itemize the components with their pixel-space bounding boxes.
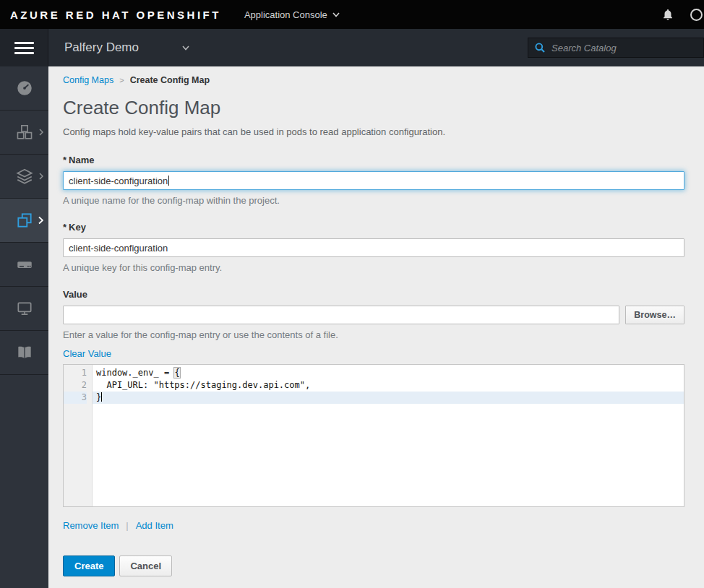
required-marker: * — [63, 155, 66, 165]
cubes-icon — [15, 123, 34, 142]
value-form-group: Value Browse… Enter a value for the conf… — [63, 289, 684, 531]
code-line-3: } — [93, 392, 684, 404]
item-actions: Remove Item | Add Item — [63, 520, 684, 531]
sidebar-item-applications[interactable] — [0, 111, 48, 155]
chevron-down-icon — [182, 46, 189, 51]
notifications-bell-icon[interactable] — [661, 8, 674, 21]
dashboard-gauge-icon — [15, 79, 34, 98]
chevron-right-icon — [39, 129, 43, 136]
name-input-value: client-side-configuration — [69, 176, 168, 186]
help-icon[interactable] — [690, 9, 703, 21]
breadcrumb: Config Maps > Create Config Map — [63, 75, 684, 85]
name-form-group: *Name client-side-configuration A unique… — [63, 155, 684, 206]
nav-menu-toggle[interactable] — [0, 29, 48, 66]
clear-value-link[interactable]: Clear Value — [63, 348, 111, 359]
line-number: 1 — [64, 367, 87, 379]
name-help-text: A unique name for the config-map within … — [63, 195, 684, 206]
code-line-2: API_URL: "https://staging.dev.api.com", — [93, 379, 684, 392]
cancel-button[interactable]: Cancel — [119, 555, 172, 576]
breadcrumb-config-maps-link[interactable]: Config Maps — [63, 75, 113, 85]
catalog-search-box[interactable] — [528, 38, 704, 58]
name-input[interactable]: client-side-configuration — [63, 171, 684, 190]
copy-pages-icon — [15, 211, 34, 230]
page-title: Create Config Map — [63, 97, 684, 119]
layers-icon — [15, 167, 34, 186]
sidebar-item-dashboard[interactable] — [0, 66, 48, 111]
remove-item-link[interactable]: Remove Item — [63, 520, 119, 531]
key-label: *Key — [63, 222, 684, 233]
breadcrumb-separator: > — [119, 76, 124, 85]
key-input[interactable]: client-side-configuration — [63, 238, 684, 257]
sidebar-item-builds[interactable] — [0, 155, 48, 199]
key-form-group: *Key client-side-configuration A unique … — [63, 222, 684, 273]
application-console-dropdown[interactable]: Application Console — [244, 9, 340, 20]
page-description: Config maps hold key-value pairs that ca… — [63, 126, 684, 137]
code-line-1: window._env_ = { — [93, 367, 684, 379]
key-help-text: A unique key for this config-map entry. — [63, 262, 684, 273]
vertical-nav — [0, 66, 48, 588]
brand-logo: AZURE RED HAT OPENSHIFT — [10, 9, 221, 21]
create-button[interactable]: Create — [63, 555, 115, 576]
application-console-label: Application Console — [244, 9, 327, 20]
search-icon — [534, 42, 546, 53]
links-separator: | — [126, 520, 128, 531]
value-label: Value — [63, 289, 684, 300]
sidebar-item-storage[interactable] — [0, 243, 48, 287]
sidebar-item-resources[interactable] — [0, 199, 48, 243]
hamburger-icon — [14, 39, 34, 57]
line-number: 3 — [64, 392, 87, 404]
chevron-right-icon — [39, 173, 43, 180]
storage-drive-icon — [15, 255, 34, 274]
value-file-input[interactable] — [63, 306, 619, 324]
chevron-right-icon — [38, 217, 43, 225]
key-input-value: client-side-configuration — [69, 243, 168, 254]
masthead: AZURE RED HAT OPENSHIFT Application Cons… — [0, 0, 704, 29]
value-help-text: Enter a value for the config-map entry o… — [63, 329, 684, 340]
name-label: *Name — [63, 155, 684, 165]
line-number: 2 — [64, 379, 87, 392]
project-selector[interactable]: Palfery Demo — [48, 29, 189, 66]
matching-bracket: { — [173, 367, 180, 379]
main-content: Config Maps > Create Config Map Create C… — [48, 66, 704, 588]
project-name: Palfery Demo — [64, 40, 139, 55]
browse-button[interactable]: Browse… — [625, 306, 684, 324]
editor-gutter: 1 2 3 — [64, 365, 93, 506]
value-code-editor[interactable]: 1 2 3 window._env_ = { API_URL: "https:/… — [63, 364, 684, 507]
text-caret — [168, 176, 169, 186]
chevron-down-icon — [332, 12, 340, 17]
editor-code-area[interactable]: window._env_ = { API_URL: "https://stagi… — [93, 365, 684, 506]
open-book-icon — [15, 343, 34, 362]
breadcrumb-current: Create Config Map — [130, 75, 210, 85]
required-marker: * — [63, 222, 66, 233]
editor-caret — [101, 392, 102, 402]
monitor-icon — [15, 299, 34, 318]
add-item-link[interactable]: Add Item — [136, 520, 173, 531]
project-bar: Palfery Demo — [0, 29, 704, 66]
sidebar-item-monitoring[interactable] — [0, 287, 48, 331]
sidebar-item-catalog[interactable] — [0, 331, 48, 375]
form-actions: Create Cancel — [63, 555, 684, 576]
search-input[interactable] — [551, 43, 697, 53]
